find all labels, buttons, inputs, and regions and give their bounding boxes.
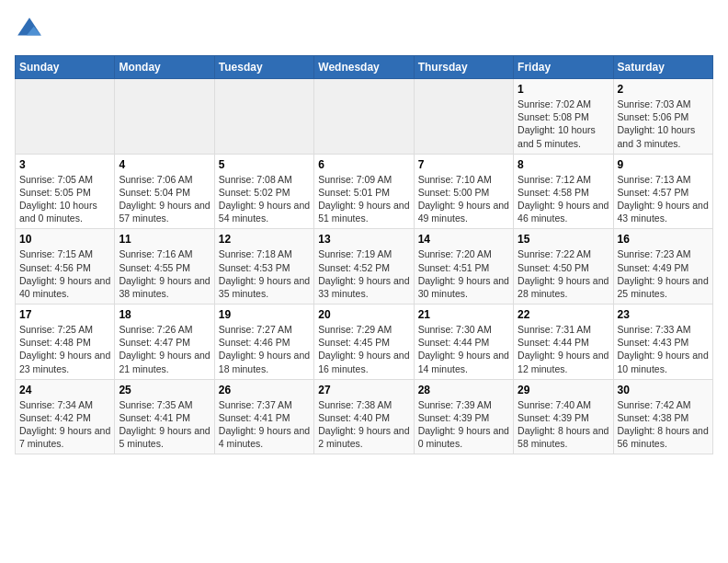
calendar-cell [16, 79, 115, 155]
calendar-cell: 24Sunrise: 7:34 AMSunset: 4:42 PMDayligh… [16, 379, 115, 454]
day-number: 7 [418, 158, 509, 171]
day-info: Sunrise: 7:20 AMSunset: 4:51 PMDaylight:… [418, 247, 509, 300]
calendar-cell: 6Sunrise: 7:09 AMSunset: 5:01 PMDaylight… [314, 154, 414, 229]
day-info: Sunrise: 7:38 AMSunset: 4:40 PMDaylight:… [318, 398, 409, 451]
day-number: 15 [518, 233, 609, 246]
day-number: 25 [119, 384, 210, 396]
day-number: 1 [518, 83, 609, 96]
day-info: Sunrise: 7:25 AMSunset: 4:48 PMDaylight:… [19, 323, 110, 375]
day-info: Sunrise: 7:34 AMSunset: 4:42 PMDaylight:… [19, 398, 110, 451]
weekday-header: Friday [514, 56, 613, 79]
day-info: Sunrise: 7:08 AMSunset: 5:02 PMDaylight:… [219, 173, 310, 225]
day-info: Sunrise: 7:31 AMSunset: 4:44 PMDaylight:… [518, 323, 609, 375]
day-info: Sunrise: 7:10 AMSunset: 5:00 PMDaylight:… [418, 173, 509, 225]
calendar-cell: 14Sunrise: 7:20 AMSunset: 4:51 PMDayligh… [414, 229, 513, 304]
calendar-cell: 7Sunrise: 7:10 AMSunset: 5:00 PMDaylight… [414, 154, 513, 229]
day-info: Sunrise: 7:23 AMSunset: 4:49 PMDaylight:… [618, 247, 709, 300]
day-info: Sunrise: 7:02 AMSunset: 5:08 PMDaylight:… [518, 98, 609, 150]
day-number: 12 [219, 233, 310, 246]
day-number: 20 [318, 308, 409, 321]
day-number: 23 [618, 308, 709, 321]
day-info: Sunrise: 7:05 AMSunset: 5:05 PMDaylight:… [19, 173, 110, 225]
day-info: Sunrise: 7:09 AMSunset: 5:01 PMDaylight:… [318, 173, 409, 225]
calendar-cell: 25Sunrise: 7:35 AMSunset: 4:41 PMDayligh… [115, 379, 214, 454]
calendar-cell: 10Sunrise: 7:15 AMSunset: 4:56 PMDayligh… [16, 229, 115, 304]
day-number: 21 [418, 308, 509, 321]
day-number: 9 [618, 158, 709, 171]
day-info: Sunrise: 7:13 AMSunset: 4:57 PMDaylight:… [618, 173, 709, 225]
day-number: 14 [418, 233, 509, 246]
day-number: 13 [318, 233, 409, 246]
day-number: 22 [518, 308, 609, 321]
day-number: 5 [219, 158, 310, 171]
calendar-cell: 5Sunrise: 7:08 AMSunset: 5:02 PMDaylight… [214, 154, 313, 229]
day-number: 10 [19, 233, 110, 246]
calendar-cell: 13Sunrise: 7:19 AMSunset: 4:52 PMDayligh… [314, 229, 414, 304]
calendar-cell: 19Sunrise: 7:27 AMSunset: 4:46 PMDayligh… [214, 304, 313, 380]
calendar-cell [414, 79, 513, 155]
calendar-cell: 27Sunrise: 7:38 AMSunset: 4:40 PMDayligh… [314, 379, 414, 454]
calendar-week: 24Sunrise: 7:34 AMSunset: 4:42 PMDayligh… [16, 379, 713, 454]
calendar-cell: 17Sunrise: 7:25 AMSunset: 4:48 PMDayligh… [16, 304, 115, 380]
day-info: Sunrise: 7:39 AMSunset: 4:39 PMDaylight:… [418, 398, 509, 451]
calendar-table: SundayMondayTuesdayWednesdayThursdayFrid… [15, 55, 713, 454]
day-info: Sunrise: 7:33 AMSunset: 4:43 PMDaylight:… [618, 323, 709, 375]
calendar-cell: 18Sunrise: 7:26 AMSunset: 4:47 PMDayligh… [115, 304, 214, 380]
page-header [15, 15, 713, 44]
calendar-cell: 11Sunrise: 7:16 AMSunset: 4:55 PMDayligh… [115, 229, 214, 304]
day-info: Sunrise: 7:42 AMSunset: 4:38 PMDaylight:… [618, 398, 709, 451]
day-number: 16 [618, 233, 709, 246]
day-number: 24 [19, 384, 110, 396]
day-info: Sunrise: 7:19 AMSunset: 4:52 PMDaylight:… [318, 247, 409, 300]
calendar-cell: 28Sunrise: 7:39 AMSunset: 4:39 PMDayligh… [414, 379, 513, 454]
calendar-week: 3Sunrise: 7:05 AMSunset: 5:05 PMDaylight… [16, 154, 713, 229]
calendar-cell: 8Sunrise: 7:12 AMSunset: 4:58 PMDaylight… [514, 154, 613, 229]
day-info: Sunrise: 7:16 AMSunset: 4:55 PMDaylight:… [119, 247, 210, 300]
logo-icon [15, 15, 44, 44]
weekday-header: Sunday [16, 56, 115, 79]
day-info: Sunrise: 7:30 AMSunset: 4:44 PMDaylight:… [418, 323, 509, 375]
day-info: Sunrise: 7:15 AMSunset: 4:56 PMDaylight:… [19, 247, 110, 300]
calendar-cell: 15Sunrise: 7:22 AMSunset: 4:50 PMDayligh… [514, 229, 613, 304]
day-info: Sunrise: 7:22 AMSunset: 4:50 PMDaylight:… [518, 247, 609, 300]
day-info: Sunrise: 7:35 AMSunset: 4:41 PMDaylight:… [119, 398, 210, 451]
calendar-cell [115, 79, 214, 155]
calendar-cell: 22Sunrise: 7:31 AMSunset: 4:44 PMDayligh… [514, 304, 613, 380]
calendar-cell: 9Sunrise: 7:13 AMSunset: 4:57 PMDaylight… [613, 154, 712, 229]
day-number: 19 [219, 308, 310, 321]
day-number: 11 [119, 233, 210, 246]
calendar-header: SundayMondayTuesdayWednesdayThursdayFrid… [16, 56, 713, 79]
calendar-cell: 12Sunrise: 7:18 AMSunset: 4:53 PMDayligh… [214, 229, 313, 304]
day-number: 18 [119, 308, 210, 321]
calendar-cell: 21Sunrise: 7:30 AMSunset: 4:44 PMDayligh… [414, 304, 513, 380]
calendar-cell: 29Sunrise: 7:40 AMSunset: 4:39 PMDayligh… [514, 379, 613, 454]
weekday-header: Monday [115, 56, 214, 79]
day-number: 2 [618, 83, 709, 96]
day-info: Sunrise: 7:18 AMSunset: 4:53 PMDaylight:… [219, 247, 310, 300]
calendar-cell: 20Sunrise: 7:29 AMSunset: 4:45 PMDayligh… [314, 304, 414, 380]
day-number: 26 [219, 384, 310, 396]
day-info: Sunrise: 7:29 AMSunset: 4:45 PMDaylight:… [318, 323, 409, 375]
calendar-week: 10Sunrise: 7:15 AMSunset: 4:56 PMDayligh… [16, 229, 713, 304]
day-info: Sunrise: 7:03 AMSunset: 5:06 PMDaylight:… [618, 98, 709, 150]
calendar-week: 1Sunrise: 7:02 AMSunset: 5:08 PMDaylight… [16, 79, 713, 155]
day-number: 29 [518, 384, 609, 396]
calendar-cell: 1Sunrise: 7:02 AMSunset: 5:08 PMDaylight… [514, 79, 613, 155]
weekday-header: Saturday [613, 56, 712, 79]
weekday-header: Wednesday [314, 56, 414, 79]
day-number: 27 [318, 384, 409, 396]
calendar-cell [214, 79, 313, 155]
calendar-cell: 16Sunrise: 7:23 AMSunset: 4:49 PMDayligh… [613, 229, 712, 304]
calendar-cell: 2Sunrise: 7:03 AMSunset: 5:06 PMDaylight… [613, 79, 712, 155]
day-info: Sunrise: 7:37 AMSunset: 4:41 PMDaylight:… [219, 398, 310, 451]
day-info: Sunrise: 7:06 AMSunset: 5:04 PMDaylight:… [119, 173, 210, 225]
day-info: Sunrise: 7:27 AMSunset: 4:46 PMDaylight:… [219, 323, 310, 375]
weekday-header: Thursday [414, 56, 513, 79]
day-number: 17 [19, 308, 110, 321]
calendar-cell: 23Sunrise: 7:33 AMSunset: 4:43 PMDayligh… [613, 304, 712, 380]
day-info: Sunrise: 7:40 AMSunset: 4:39 PMDaylight:… [518, 398, 609, 451]
logo [15, 15, 48, 44]
day-number: 30 [618, 384, 709, 396]
day-number: 8 [518, 158, 609, 171]
day-number: 4 [119, 158, 210, 171]
